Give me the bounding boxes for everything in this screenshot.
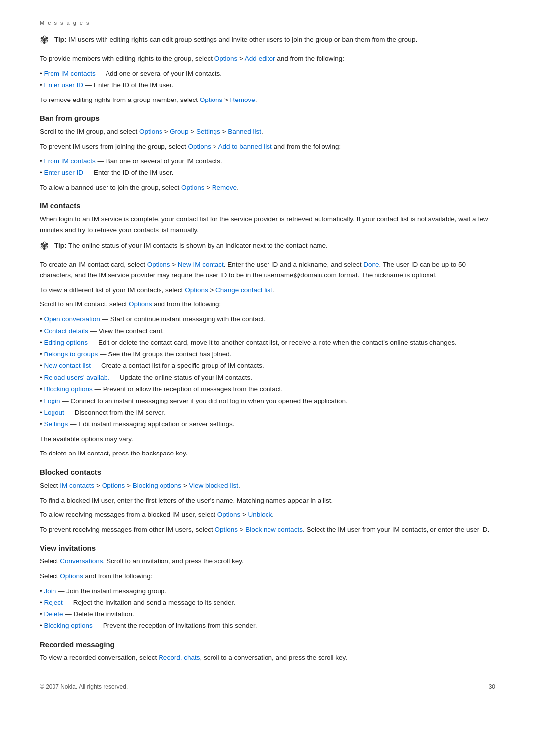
link-block-new-contacts[interactable]: Block new contacts [245,526,303,533]
para-options-invitations: Select Options and from the following: [40,571,495,582]
link-reject[interactable]: Reject [44,599,62,606]
list-item: Enter user ID — Enter the ID of the IM u… [40,167,495,178]
section-recorded-messaging: Recorded messaging [40,640,495,649]
list-invitation-options: Join — Join the instant messaging group.… [40,586,495,631]
link-view-blocked-list[interactable]: View blocked list [189,482,238,489]
link-new-contact-list[interactable]: New contact list [44,362,91,369]
link-belongs-to-groups[interactable]: Belongs to groups [44,351,98,358]
list-item: Login — Connect to an instant messaging … [40,396,495,406]
page-number: 30 [489,683,495,690]
link-from-im-contacts-1[interactable]: From IM contacts [44,70,95,77]
link-banned-list[interactable]: Banned list [228,128,261,135]
para-find-blocked-user: To find a blocked IM user, enter the fir… [40,495,495,506]
link-open-conversation[interactable]: Open conversation [44,315,100,323]
para-scroll-contact: Scroll to an IM contact, select Options … [40,299,495,310]
link-options-6[interactable]: Options [147,261,170,268]
tip-box-1: ✾ Tip: IM users with editing rights can … [40,35,495,47]
link-enter-user-id-2[interactable]: Enter user ID [44,169,83,176]
link-options-4[interactable]: Options [188,143,211,150]
link-change-contact-list[interactable]: Change contact list [215,286,272,294]
link-remove-2[interactable]: Remove [212,184,237,191]
link-options-11[interactable]: Options [214,526,238,533]
list-item: New contact list — Create a contact list… [40,360,495,371]
list-item: Belongs to groups — See the IM groups th… [40,349,495,360]
link-blocking-options-1[interactable]: Blocking options [44,385,92,393]
link-options-8[interactable]: Options [129,301,152,308]
list-item: Contact details — View the contact card. [40,326,495,337]
list-contact-options: Open conversation — Start or continue in… [40,314,495,430]
para-banned-list: Scroll to the IM group, and select Optio… [40,126,495,137]
list-item: Open conversation — Start or continue in… [40,314,495,325]
para-allow-banned: To allow a banned user to join the group… [40,182,495,193]
para-prevent-receiving: To prevent receiving messages from other… [40,524,495,535]
link-editing-options[interactable]: Editing options [44,339,88,346]
link-options-2[interactable]: Options [200,96,223,103]
link-blocking-options-2[interactable]: Blocking options [133,482,181,489]
list-item: Reject — Reject the invitation and send … [40,597,495,608]
tip-icon-1: ✾ [40,34,49,47]
link-options-9[interactable]: Options [102,482,125,489]
link-delete[interactable]: Delete [44,610,63,618]
para-add-editor: To provide members with editing rights t… [40,53,495,64]
link-login[interactable]: Login [44,397,60,404]
link-settings-1[interactable]: Settings [196,128,220,135]
link-remove-1[interactable]: Remove [230,96,255,103]
para-im-contacts-intro: When login to an IM service is complete,… [40,214,495,235]
footer: © 2007 Nokia. All rights reserved. 30 [40,683,495,690]
section-im-contacts: IM contacts [40,202,495,210]
link-record-chats[interactable]: Record. chats [159,654,200,661]
para-delete-contact: To delete an IM contact, press the backs… [40,448,495,459]
list-editing-rights: From IM contacts — Add one or several of… [40,68,495,91]
tip-icon-2: ✾ [40,240,49,252]
section-view-invitations: View invitations [40,544,495,552]
para-allow-receiving: To allow receiving messages from a block… [40,509,495,520]
para-view-recorded: To view a recorded conversation, select … [40,653,495,663]
tip-text-2: Tip: The online status of your IM contac… [54,241,328,251]
link-contact-details[interactable]: Contact details [44,327,88,335]
list-item: From IM contacts — Ban one or several of… [40,156,495,167]
para-select-conversations: Select Conversations. Scroll to an invit… [40,556,495,567]
list-item: Enter user ID — Enter the ID of the IM u… [40,80,495,91]
link-options-7[interactable]: Options [185,286,208,294]
link-options-3[interactable]: Options [139,128,162,135]
section-ban-groups: Ban from groups [40,114,495,122]
para-add-banned: To prevent IM users from joining the gro… [40,141,495,152]
list-item: Join — Join the instant messaging group. [40,586,495,597]
list-item: Logout — Disconnect from the IM server. [40,407,495,418]
list-item: Delete — Delete the invitation. [40,609,495,620]
list-item: From IM contacts — Add one or several of… [40,68,495,79]
para-view-different-list: To view a different list of your IM cont… [40,285,495,296]
list-item: Reload users' availab. — Update the onli… [40,372,495,383]
section-blocked-contacts: Blocked contacts [40,468,495,476]
link-im-contacts[interactable]: IM contacts [60,482,94,489]
link-join[interactable]: Join [44,587,56,595]
copyright: © 2007 Nokia. All rights reserved. [40,683,128,690]
link-add-editor[interactable]: Add editor [245,55,275,62]
page-header: M e s s a g e s [40,20,495,26]
para-select-blocked: Select IM contacts > Options > Blocking … [40,480,495,491]
link-enter-user-id-1[interactable]: Enter user ID [44,81,83,89]
link-blocking-options-3[interactable]: Blocking options [44,622,92,629]
list-ban-options: From IM contacts — Ban one or several of… [40,156,495,178]
para-remove-editing: To remove editing rights from a group me… [40,95,495,105]
link-add-to-banned-list[interactable]: Add to banned list [218,143,272,150]
link-done[interactable]: Done [363,261,379,268]
list-item: Blocking options — Prevent the reception… [40,620,495,631]
link-reload-users[interactable]: Reload users' availab. [44,374,109,381]
link-from-im-contacts-2[interactable]: From IM contacts [44,157,95,165]
link-options-5[interactable]: Options [181,184,205,191]
link-options-10[interactable]: Options [217,511,241,518]
tip-box-2: ✾ Tip: The online status of your IM cont… [40,241,495,252]
tip-text-1: Tip: IM users with editing rights can ed… [54,35,417,45]
list-item: Blocking options — Prevent or allow the … [40,384,495,395]
link-new-im-contact[interactable]: New IM contact [178,261,224,268]
link-group[interactable]: Group [170,128,189,135]
link-logout[interactable]: Logout [44,409,64,416]
link-settings-2[interactable]: Settings [44,420,68,428]
link-options-12[interactable]: Options [60,572,83,580]
para-options-vary: The available options may vary. [40,434,495,445]
link-options-1[interactable]: Options [214,55,238,62]
link-conversations[interactable]: Conversations [60,557,103,565]
link-unblock[interactable]: Unblock [248,511,272,518]
para-create-contact-card: To create an IM contact card, select Opt… [40,259,495,281]
